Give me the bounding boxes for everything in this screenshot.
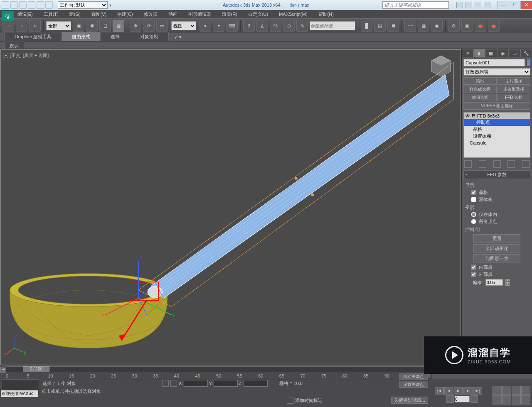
coord-x-input[interactable]: [184, 380, 208, 387]
menu-tools[interactable]: 工具(T): [42, 10, 60, 18]
maximize-button[interactable]: □: [509, 1, 520, 9]
make-unique-icon[interactable]: [493, 160, 501, 168]
time-slider-track[interactable]: ◄ 0 / 100 ►: [6, 366, 426, 372]
qat-open-icon[interactable]: [10, 1, 18, 9]
pivot-center-icon[interactable]: ▾: [200, 20, 211, 32]
stack-sub-control-points[interactable]: 控制点: [464, 119, 530, 126]
offset-input[interactable]: [485, 279, 503, 286]
unlink-icon[interactable]: ⟍: [16, 20, 27, 32]
object-name-input[interactable]: [463, 59, 525, 66]
selection-filter-dropdown[interactable]: 全部: [46, 21, 71, 30]
qat-project-icon[interactable]: [45, 1, 53, 9]
btn-conform-shape[interactable]: 与图形一致: [473, 254, 520, 262]
time-tag-icon[interactable]: [287, 397, 293, 404]
key-mode-icon[interactable]: [446, 395, 454, 403]
bind-spacewarp-icon[interactable]: ≋: [29, 20, 41, 32]
max-toggle-icon[interactable]: [512, 395, 521, 405]
tab-hierarchy-icon[interactable]: ▦: [485, 49, 497, 57]
mirror-icon[interactable]: ▐▌: [361, 20, 372, 32]
prev-frame-icon[interactable]: ◄: [444, 387, 453, 395]
schematic-view-icon[interactable]: ▦: [418, 20, 429, 32]
move-icon[interactable]: ✥: [130, 20, 141, 32]
lock-selection-icon[interactable]: [162, 380, 169, 387]
menu-render[interactable]: 渲染(R): [220, 10, 239, 18]
menu-graph[interactable]: 图形编辑器: [187, 10, 213, 18]
tab-motion-icon[interactable]: ◉: [497, 49, 509, 57]
add-time-tag[interactable]: 添加时间标记: [287, 397, 323, 404]
qat-new-icon[interactable]: [2, 1, 9, 9]
material-editor-icon[interactable]: ◉: [431, 20, 443, 32]
tab-graphite[interactable]: Graphite 建模工具: [4, 32, 62, 41]
btn-nurbs-sel[interactable]: NURBS 曲面选择: [463, 102, 530, 110]
check-source-volume[interactable]: 源体积: [471, 196, 529, 203]
menu-anim[interactable]: 动画: [167, 10, 179, 18]
goto-start-icon[interactable]: |◄: [435, 387, 444, 395]
btn-extrude[interactable]: 拓出: [463, 77, 497, 85]
percent-snap-icon[interactable]: %: [270, 20, 281, 32]
btn-spline-sel[interactable]: 样条线选择: [463, 86, 497, 93]
configure-sets-icon[interactable]: [522, 160, 530, 168]
viewcube-icon[interactable]: [426, 52, 456, 81]
radio-all-vertices[interactable]: 所有顶点: [471, 218, 529, 225]
zoom-icon[interactable]: [502, 386, 511, 395]
workspace-dropdown[interactable]: 工作台: 默认: [58, 1, 108, 9]
check-inner-points[interactable]: 内部点: [471, 264, 529, 270]
qat-redo-icon[interactable]: [37, 1, 44, 9]
named-selection-input[interactable]: [310, 21, 355, 30]
qat-undo-icon[interactable]: [28, 1, 35, 9]
zoom-extents-icon[interactable]: [512, 386, 521, 395]
set-key-button[interactable]: 设置关键点: [399, 381, 428, 388]
coord-y-input[interactable]: [214, 380, 238, 387]
render-setup-icon[interactable]: ⚙: [448, 20, 460, 32]
ribbon-expand-icon[interactable]: ⤢ ▾: [171, 33, 185, 41]
fov-icon[interactable]: [521, 386, 530, 395]
btn-reset[interactable]: 重置: [473, 234, 520, 243]
menu-modifier[interactable]: 修改器: [142, 10, 159, 18]
time-prev-icon[interactable]: ◄: [0, 367, 6, 373]
select-region-icon[interactable]: ◻: [99, 20, 111, 32]
align-icon[interactable]: ▤: [374, 20, 386, 32]
tab-object-paint[interactable]: 对象绘制: [130, 32, 169, 41]
rollup-ffd-params[interactable]: - FFD 参数: [463, 170, 530, 179]
orbit-icon[interactable]: [502, 395, 511, 405]
btn-patch-sel[interactable]: 面片选择: [498, 77, 531, 85]
pan-2-icon[interactable]: [521, 395, 530, 405]
menu-view[interactable]: 视图(V): [90, 10, 108, 18]
check-outer-points[interactable]: 外部点: [471, 271, 529, 277]
exchange-icon[interactable]: [466, 2, 472, 8]
script-listener-hint[interactable]: 欢迎使用 MAXSc: [1, 390, 38, 397]
tab-freeform[interactable]: 自由形式: [62, 32, 101, 41]
rendered-frame-icon[interactable]: ▣: [461, 20, 473, 32]
viewport[interactable]: [+] [正交] [真实 + 边面]: [0, 49, 461, 365]
play-icon[interactable]: ►: [454, 387, 463, 395]
show-end-result-icon[interactable]: [479, 160, 486, 168]
btn-vol-sel[interactable]: 体积选择: [463, 94, 497, 101]
modifier-list-dropdown[interactable]: 修改器列表: [463, 68, 530, 76]
select-object-icon[interactable]: ▣: [73, 20, 84, 32]
goto-end-icon[interactable]: ►|: [473, 387, 482, 395]
btn-ffd-sel[interactable]: FFD 选择: [498, 94, 531, 101]
expand-icon[interactable]: ⊟: [472, 113, 475, 118]
select-by-name-icon[interactable]: ≣: [86, 20, 98, 32]
menu-create[interactable]: 创建(C): [116, 10, 134, 18]
qat-save-icon[interactable]: [19, 1, 27, 9]
time-config-icon[interactable]: [470, 395, 478, 403]
app-menu-button[interactable]: ③: [2, 10, 14, 22]
subscription-icon[interactable]: [456, 2, 463, 8]
stack-sub-lattice[interactable]: 晶格: [464, 126, 530, 133]
btn-poly-sel[interactable]: 多边形选择: [498, 86, 531, 93]
tab-modify-icon[interactable]: ◗: [473, 49, 485, 57]
tab-selection[interactable]: 选择: [100, 32, 130, 41]
btn-animate-all[interactable]: 全部动画化: [473, 244, 520, 253]
workspace-selector[interactable]: 工作台: 默认 ▾: [58, 1, 111, 9]
close-button[interactable]: ✕: [520, 1, 532, 9]
curve-editor-icon[interactable]: 〰: [404, 20, 416, 32]
stack-sub-set-volume[interactable]: 设置体积: [464, 133, 530, 140]
object-color-swatch[interactable]: [527, 59, 530, 66]
rollup-toggle-icon[interactable]: -: [466, 172, 467, 177]
key-filters-button[interactable]: 关键点过滤器...: [391, 397, 428, 404]
help-search-input[interactable]: [382, 1, 449, 9]
render-prod-icon[interactable]: 🫖: [475, 20, 486, 32]
time-slider-thumb[interactable]: 0 / 100: [23, 366, 49, 372]
edit-named-sel-icon[interactable]: ✎: [296, 20, 308, 32]
